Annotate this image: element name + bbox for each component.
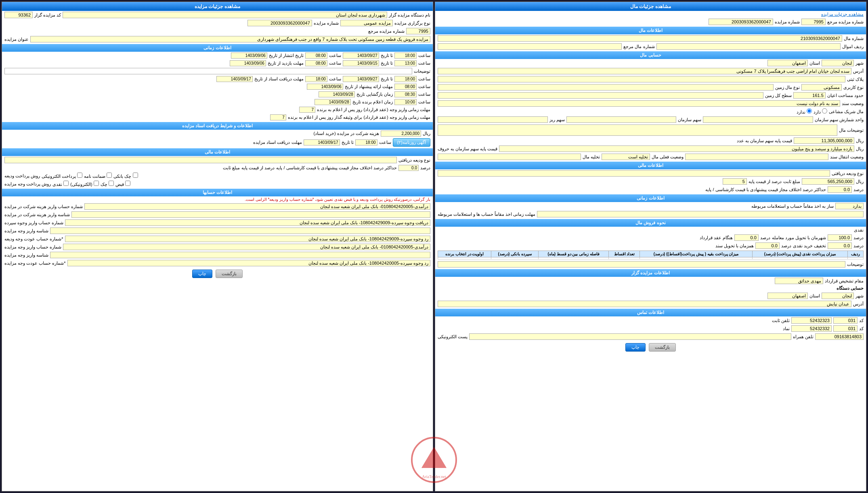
- pub-to-time-input[interactable]: [394, 53, 417, 59]
- right-deposit-type-input[interactable]: [4, 157, 397, 163]
- open-time-input[interactable]: [394, 91, 417, 97]
- partnership-no-radio[interactable]: [807, 108, 812, 114]
- analysis-input[interactable]: [602, 154, 650, 160]
- refund-input[interactable]: [65, 236, 430, 242]
- deadline-from-date-input[interactable]: [230, 60, 266, 66]
- phone-code-input[interactable]: [833, 317, 858, 324]
- org-province-input[interactable]: [767, 293, 808, 299]
- pay-electronic2-cb[interactable]: [94, 181, 99, 186]
- total-area-input[interactable]: [438, 92, 763, 99]
- winner-days2-input[interactable]: [270, 114, 286, 120]
- right-back-button[interactable]: بازگشت: [216, 270, 243, 278]
- winner-days1-input[interactable]: [299, 107, 315, 113]
- transfer-pct-input[interactable]: [755, 242, 780, 249]
- pay-cash-cb[interactable]: [63, 181, 69, 186]
- city-input[interactable]: [822, 60, 854, 66]
- plaque-input[interactable]: [438, 76, 845, 82]
- deposit-pct-input[interactable]: [723, 178, 747, 185]
- docs-deadline-time-input[interactable]: [355, 139, 377, 145]
- desc-input[interactable]: [4, 68, 412, 74]
- days-button[interactable]: آگهی روزنامه(۲): [393, 138, 430, 147]
- recv-from-time-input[interactable]: [305, 76, 327, 82]
- refund3-input[interactable]: [50, 252, 430, 258]
- participation-fee-input[interactable]: [381, 131, 421, 137]
- mobile-input[interactable]: [815, 333, 864, 340]
- recv-to-date-input[interactable]: [343, 76, 379, 82]
- recv-from-date-input[interactable]: [216, 76, 253, 82]
- deposit-bank2-input[interactable]: [71, 211, 430, 218]
- deed-input[interactable]: [438, 100, 840, 107]
- org-share-sub-input[interactable]: [566, 116, 677, 123]
- fax-input[interactable]: [791, 325, 832, 332]
- province-input[interactable]: [767, 60, 808, 66]
- auction-id-input-r[interactable]: [4, 12, 33, 18]
- breadcrumb-link[interactable]: مشاهده جزئیات مزایده: [435, 11, 866, 18]
- auction-ref-input[interactable]: [801, 19, 826, 25]
- transfer-input[interactable]: [685, 154, 828, 160]
- auction-id-input[interactable]: [709, 19, 773, 25]
- deposit-type-input[interactable]: [438, 170, 830, 177]
- fax-code-input[interactable]: [833, 325, 858, 332]
- pay-guarantee-cb[interactable]: [107, 173, 112, 178]
- org-share-input[interactable]: [703, 116, 813, 123]
- docs-deadline-date-input[interactable]: [304, 139, 340, 145]
- property-number-input[interactable]: [438, 35, 842, 42]
- usage-input[interactable]: [801, 84, 842, 91]
- pub-from-date-input[interactable]: [231, 53, 267, 59]
- open-date-input[interactable]: [319, 91, 355, 97]
- pub-from-time-input[interactable]: [305, 53, 327, 59]
- area-input[interactable]: [793, 92, 826, 99]
- refund4-input[interactable]: [67, 260, 430, 266]
- submit-from-date-input[interactable]: [307, 84, 343, 90]
- province-label: استان: [809, 61, 820, 66]
- announce-date-input[interactable]: [314, 99, 351, 105]
- partnership-yes-radio[interactable]: [822, 108, 827, 114]
- right-print-button[interactable]: چاپ: [192, 270, 212, 278]
- refund2-input[interactable]: [63, 244, 430, 250]
- address-input[interactable]: [438, 68, 851, 74]
- notes-textarea[interactable]: [438, 124, 837, 136]
- left-back-button[interactable]: بازگشت: [649, 343, 676, 352]
- recv-to-time-input[interactable]: [394, 76, 417, 82]
- full-pct-input[interactable]: [828, 234, 852, 241]
- org-address-input[interactable]: [438, 301, 851, 307]
- email-input[interactable]: [469, 333, 791, 340]
- organizer-input[interactable]: [775, 278, 823, 284]
- announce-time-input[interactable]: [394, 99, 417, 105]
- land-type-input[interactable]: [438, 84, 774, 91]
- price-text-input[interactable]: [499, 145, 854, 152]
- asset-source-input[interactable]: [438, 43, 622, 50]
- pay-pos-cb[interactable]: [125, 181, 130, 186]
- account-value-input[interactable]: [835, 203, 864, 209]
- notes2-input[interactable]: [438, 261, 845, 268]
- purchase-discount-input[interactable]: [828, 242, 852, 249]
- submit-from-time-input[interactable]: [394, 84, 417, 90]
- diff-input[interactable]: [828, 186, 852, 193]
- evacuation-input[interactable]: [438, 154, 581, 160]
- org-name-input[interactable]: [63, 12, 387, 18]
- deadline-from-time-input[interactable]: [305, 60, 327, 66]
- asset-type-input[interactable]: [656, 43, 841, 50]
- auction-ref-input-r[interactable]: [247, 20, 312, 26]
- price-input[interactable]: [794, 137, 854, 144]
- pay-electronic-cb[interactable]: [77, 173, 82, 178]
- receive-bank2-input[interactable]: [50, 228, 430, 234]
- auction-no-input-r[interactable]: [406, 28, 430, 34]
- deposit-bank-input[interactable]: [84, 203, 430, 210]
- receive-bank-input[interactable]: [65, 219, 430, 226]
- contract-pct-input[interactable]: [734, 234, 759, 241]
- left-print-button[interactable]: چاپ: [625, 343, 646, 352]
- pay-check-cb[interactable]: [133, 173, 138, 178]
- subject-input[interactable]: [30, 36, 430, 42]
- auction-type-input[interactable]: [340, 20, 393, 26]
- org-city-input[interactable]: [822, 293, 854, 299]
- sub-share-input[interactable]: [438, 116, 548, 123]
- phone-input[interactable]: [791, 317, 832, 324]
- deposit-amount-input[interactable]: [802, 178, 854, 185]
- account-deadline-input[interactable]: [537, 211, 864, 217]
- deadline-to-date-input[interactable]: [343, 60, 379, 66]
- right-diff-input[interactable]: [398, 165, 419, 171]
- pay-check2-cb[interactable]: [109, 181, 114, 186]
- pub-to-date-input[interactable]: [343, 53, 379, 59]
- deadline-to-time-input[interactable]: [394, 60, 417, 66]
